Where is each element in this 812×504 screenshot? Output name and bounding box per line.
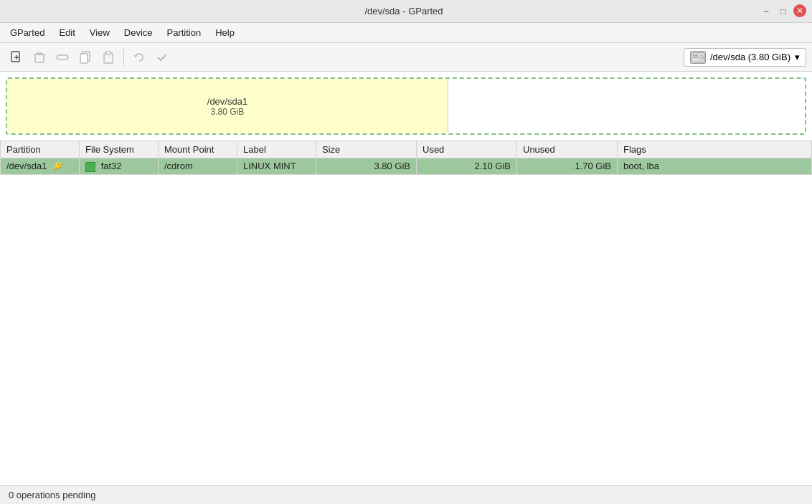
close-button[interactable]: ✕	[793, 4, 806, 17]
partition-table: Partition File System Mount Point Label …	[0, 141, 812, 175]
header-partition: Partition	[1, 141, 80, 158]
fs-color-box	[85, 162, 95, 172]
cell-size: 3.80 GiB	[316, 158, 417, 175]
disk-icon	[690, 51, 706, 64]
device-label: /dev/sda (3.80 GiB)	[710, 52, 790, 62]
menu-device[interactable]: Device	[117, 24, 160, 41]
header-size: Size	[316, 141, 417, 158]
svg-marker-16	[134, 55, 137, 58]
toolbar-separator-1	[123, 49, 124, 66]
cell-unused: 1.70 GiB	[517, 158, 618, 175]
fs-type: fat32	[101, 161, 122, 171]
disk-svg	[691, 51, 705, 64]
disk-unused-area	[448, 79, 805, 133]
cell-flags: boot, lba	[618, 158, 812, 175]
menu-edit[interactable]: Edit	[52, 24, 82, 41]
resize-icon	[56, 51, 69, 64]
disk-visual: /dev/sda1 3.80 GiB	[6, 77, 806, 135]
svg-rect-15	[106, 52, 110, 54]
delete-button[interactable]	[29, 47, 50, 68]
svg-rect-20	[693, 54, 698, 56]
titlebar: /dev/sda - GParted – □ ✕	[0, 0, 812, 23]
cell-mountpoint: /cdrom	[159, 158, 237, 175]
cell-used: 2.10 GiB	[417, 158, 517, 175]
header-used: Used	[417, 141, 517, 158]
device-selector[interactable]: /dev/sda (3.80 GiB) ▾	[684, 48, 806, 67]
header-filesystem: File System	[80, 141, 159, 158]
apply-button[interactable]	[151, 47, 173, 68]
partition-table-body: /dev/sda1 🔑 fat32 /cdrom LINUX MINT 3.80…	[1, 158, 812, 175]
undo-icon	[133, 51, 146, 64]
menu-help[interactable]: Help	[208, 24, 242, 41]
header-unused: Unused	[517, 141, 618, 158]
svg-rect-0	[11, 52, 19, 62]
status-text: 0 operations pending	[9, 490, 95, 500]
window-title: /dev/sda - GParted	[49, 6, 759, 16]
maximize-button[interactable]: □	[776, 4, 790, 19]
svg-rect-8	[57, 55, 67, 60]
svg-rect-3	[35, 54, 44, 62]
new-icon	[10, 51, 23, 64]
paste-button[interactable]	[98, 47, 119, 68]
table-row[interactable]: /dev/sda1 🔑 fat32 /cdrom LINUX MINT 3.80…	[1, 158, 812, 175]
svg-point-19	[701, 57, 702, 58]
statusbar: 0 operations pending	[0, 485, 812, 504]
svg-rect-21	[693, 57, 698, 58]
toolbar: /dev/sda (3.80 GiB) ▾	[0, 43, 812, 72]
undo-button[interactable]	[128, 47, 150, 68]
header-flags: Flags	[618, 141, 812, 158]
key-icon: 🔑	[52, 162, 62, 171]
delete-icon	[33, 51, 46, 64]
table-header-row: Partition File System Mount Point Label …	[1, 141, 812, 158]
menu-gparted[interactable]: GParted	[3, 24, 52, 41]
main-content: /dev/sda1 3.80 GiB Partition File System…	[0, 72, 812, 485]
window-controls: – □ ✕	[759, 4, 806, 19]
cell-partition: /dev/sda1 🔑	[1, 158, 80, 175]
cell-filesystem: fat32	[80, 158, 159, 175]
minimize-button[interactable]: –	[759, 4, 773, 19]
resize-button[interactable]	[52, 47, 73, 68]
new-button[interactable]	[6, 47, 27, 68]
header-label: Label	[237, 141, 316, 158]
disk-used-partition: /dev/sda1 3.80 GiB	[7, 79, 448, 133]
apply-icon	[156, 51, 169, 64]
copy-button[interactable]	[75, 47, 96, 68]
cell-label: LINUX MINT	[237, 158, 316, 175]
menu-view[interactable]: View	[82, 24, 117, 41]
menu-partition[interactable]: Partition	[160, 24, 209, 41]
device-dropdown-icon: ▾	[795, 52, 800, 62]
copy-icon	[79, 51, 92, 64]
partition-visual-name: /dev/sda1	[207, 96, 247, 107]
header-mountpoint: Mount Point	[159, 141, 237, 158]
paste-icon	[102, 51, 115, 64]
svg-rect-13	[80, 54, 88, 63]
partition-visual-size: 3.80 GiB	[211, 107, 245, 117]
partition-name: /dev/sda1	[6, 161, 47, 171]
menubar: GParted Edit View Device Partition Help	[0, 23, 812, 43]
